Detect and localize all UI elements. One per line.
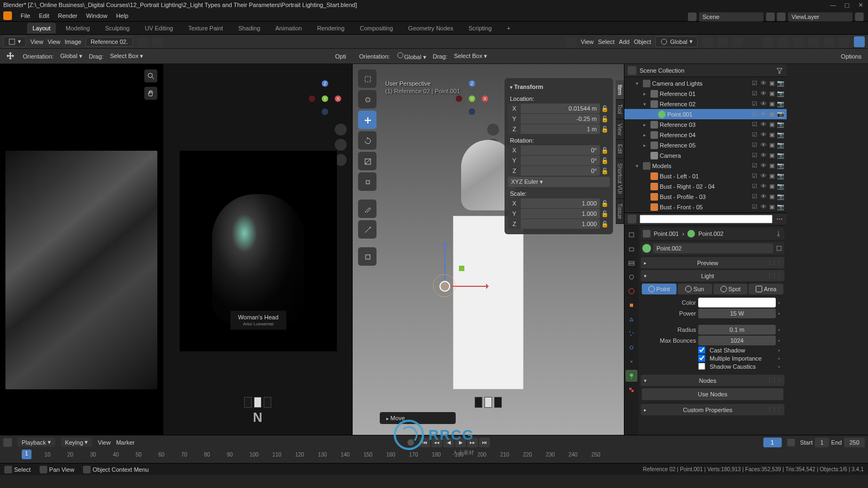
light-color-input[interactable] [698, 298, 776, 307]
move-gizmo[interactable] [439, 281, 450, 292]
tab-layout[interactable]: Layout [27, 23, 56, 34]
keyframe-icon[interactable]: • [778, 347, 783, 354]
overlay-toggle-icon[interactable] [778, 36, 789, 47]
axis-x-icon[interactable]: X [482, 95, 488, 102]
render-disable-icon[interactable]: 📷 [777, 172, 784, 180]
viewport-disable-icon[interactable]: ▣ [768, 183, 776, 190]
shading-material-icon[interactable] [839, 36, 850, 47]
outliner-item-bust-front-05[interactable]: Bust - Front - 05 ☑ 👁 ▣ 📷 [624, 202, 787, 212]
eye-icon[interactable]: 👁 [760, 80, 767, 87]
drag-dropdown-r[interactable]: Select Box ▾ [454, 53, 488, 60]
outliner-item-bust-left-01[interactable]: Bust - Left - 01 ☑ 👁 ▣ 📷 [624, 171, 787, 181]
transform-panel-header[interactable]: Transform [508, 81, 610, 92]
tab-add[interactable]: + [501, 23, 515, 34]
timeline-ruler[interactable]: 1 11020304050607080901001101201301401501… [0, 450, 868, 464]
start-frame-input[interactable]: 1 [815, 438, 829, 447]
outliner-item-reference-04[interactable]: ▸ Reference 04 ☑ 👁 ▣ 📷 [624, 130, 787, 140]
viewport-rendered[interactable]: Z Y X Woman's Head Artur Loewental N [163, 64, 353, 435]
viewport-disable-icon[interactable]: ▣ [768, 152, 776, 159]
keyframe-icon[interactable]: • [778, 326, 783, 333]
options-icon[interactable] [776, 215, 783, 223]
shading-wireframe-icon[interactable] [808, 36, 819, 47]
gizmo-y-handle[interactable] [459, 266, 464, 271]
exclude-icon[interactable]: ☑ [751, 131, 758, 139]
eye-icon[interactable]: 👁 [760, 162, 767, 170]
tab-sculpting[interactable]: Sculpting [100, 23, 135, 34]
image-editor-area[interactable] [0, 64, 163, 435]
tab-constraints-icon[interactable] [626, 356, 637, 368]
snap-icon[interactable] [717, 36, 728, 47]
end-frame-input[interactable]: 250 [844, 438, 865, 447]
outliner-item-models[interactable]: ▾ Models ☑ 👁 ▣ 📷 [624, 160, 787, 171]
viewport-disable-icon[interactable]: ▣ [768, 131, 776, 139]
lock-icon[interactable]: 🔓 [600, 126, 610, 133]
exclude-icon[interactable]: ☑ [751, 172, 758, 180]
tab-data-light-icon[interactable] [626, 370, 637, 382]
viewport-disable-icon[interactable]: ▣ [768, 193, 776, 201]
render-disable-icon[interactable]: 📷 [777, 131, 784, 139]
axis-z-icon[interactable]: Z [322, 80, 328, 87]
axis-z-neg-icon[interactable] [322, 108, 328, 115]
exclude-icon[interactable]: ☑ [751, 152, 758, 159]
use-nodes-button[interactable]: Use Nodes [642, 388, 783, 400]
pin-icon[interactable] [775, 230, 782, 237]
render-disable-icon[interactable]: 📷 [777, 193, 784, 201]
zoom-icon[interactable] [144, 69, 157, 82]
nodes-panel-header[interactable]: Nodes⋮⋮⋮ [641, 375, 784, 386]
scene-icon[interactable] [688, 12, 697, 21]
properties-search-input[interactable] [640, 215, 773, 223]
viewlayer-icon[interactable] [777, 12, 786, 21]
tool-select-box[interactable] [358, 69, 376, 88]
viewport-disable-icon[interactable]: ▣ [768, 162, 776, 170]
exclude-icon[interactable]: ☑ [751, 111, 758, 118]
scale-y-input[interactable]: 1.000 [521, 209, 600, 219]
pan-nav-icon[interactable] [335, 139, 347, 151]
tab-compositing[interactable]: Compositing [354, 23, 398, 34]
viewport-disable-icon[interactable]: ▣ [768, 142, 776, 149]
outliner-item-reference-01[interactable]: ▸ Reference 01 ☑ 👁 ▣ 📷 [624, 88, 787, 99]
viewport-disable-icon[interactable]: ▣ [768, 100, 776, 108]
tool-rotate[interactable] [358, 131, 376, 150]
tab-texture-icon[interactable] [626, 384, 637, 396]
navigation-gizmo-right[interactable]: Z Y X [456, 80, 488, 113]
orientation-dropdown[interactable]: Global ▾ [60, 53, 82, 60]
location-x-input[interactable]: 0.01544 m [521, 104, 600, 113]
minimize-icon[interactable]: — [830, 2, 837, 8]
eye-icon[interactable]: 👁 [760, 131, 767, 139]
transform-orientation[interactable]: Global▾ [655, 36, 698, 47]
light-panel-header[interactable]: Light⋮⋮⋮ [641, 270, 784, 281]
light-bounces-input[interactable]: 1024 [698, 336, 776, 345]
rotation-x-input[interactable]: 0° [521, 145, 600, 155]
light-name-input[interactable]: Point.002 [653, 243, 773, 253]
menu-window[interactable]: Window [86, 12, 107, 19]
rotation-z-input[interactable]: 0° [521, 166, 600, 176]
keyframe-icon[interactable]: • [778, 355, 783, 362]
viewlayer-name-input[interactable] [788, 12, 853, 22]
axis-x-neg-icon[interactable] [309, 95, 315, 102]
scene-collection-label[interactable]: Scene Collection [640, 67, 685, 74]
shading-rendered-icon[interactable] [854, 36, 865, 47]
render-disable-icon[interactable]: 📷 [777, 183, 784, 190]
custom-props-panel-header[interactable]: Custom Properties⋮⋮⋮ [641, 404, 784, 415]
tab-modeling[interactable]: Modeling [60, 23, 95, 34]
sidebar-tab-tissue[interactable]: Tissue [616, 199, 624, 224]
tab-scripting[interactable]: Scripting [463, 23, 497, 34]
eye-icon[interactable]: 👁 [760, 111, 767, 118]
location-y-input[interactable]: -0.25 m [521, 114, 600, 124]
viewport-solid[interactable]: User Perspective (1) Reference 02 | Poin… [353, 64, 624, 435]
render-disable-icon[interactable]: 📷 [777, 142, 784, 149]
eye-icon[interactable]: 👁 [760, 100, 767, 108]
axis-z-icon[interactable]: Z [469, 80, 475, 87]
sidebar-tab-tool[interactable]: Tool [616, 100, 624, 119]
outliner-item-camera-and-lights[interactable]: ▾ Camera and Lights ☑ 👁 ▣ 📷 [624, 78, 787, 88]
render-disable-icon[interactable]: 📷 [777, 152, 784, 159]
tool-measure[interactable] [358, 220, 376, 239]
eye-icon[interactable]: 👁 [760, 203, 767, 211]
render-disable-icon[interactable]: 📷 [777, 90, 784, 98]
lock-icon[interactable]: 🔓 [600, 221, 610, 228]
sidebar-tab-shortcut[interactable]: Shortcut VUr [616, 159, 624, 199]
zoom-nav-icon[interactable] [335, 124, 347, 136]
tab-viewlayer-icon[interactable] [626, 257, 637, 269]
light-type-point[interactable]: Point [642, 284, 676, 294]
menu-help[interactable]: Help [116, 12, 129, 19]
